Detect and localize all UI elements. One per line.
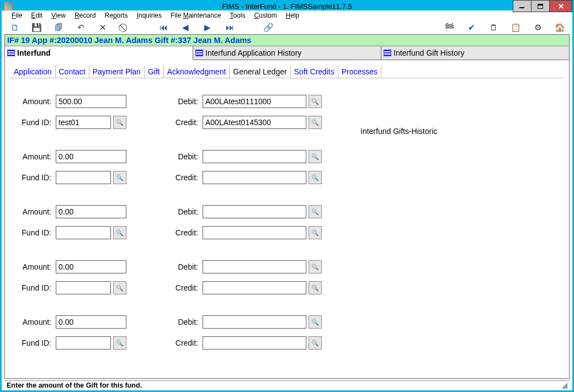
lookup-btn[interactable]: 🔍 xyxy=(113,336,126,350)
menu-edit[interactable]: Edit xyxy=(26,10,47,20)
subtab-acknowledgment[interactable]: Acknowledgment xyxy=(164,66,230,78)
menu-reports[interactable]: Reports xyxy=(100,10,132,20)
amount-input-2[interactable] xyxy=(56,150,126,163)
fundid-input-2[interactable] xyxy=(56,171,111,184)
amount-input-1[interactable] xyxy=(56,95,126,108)
menu-file[interactable]: File xyxy=(7,10,26,20)
credit-input-3[interactable] xyxy=(203,226,306,239)
credit-input-5[interactable] xyxy=(203,336,306,350)
amount-input-3[interactable] xyxy=(56,205,126,218)
copy-icon[interactable]: 🗐 xyxy=(54,23,63,33)
form-body: Interfund Gifts-Historic Amount: Fund ID… xyxy=(7,84,567,376)
amount-input-4[interactable] xyxy=(56,260,126,273)
link-icon[interactable]: 🔗 xyxy=(263,23,273,33)
subtab-processes[interactable]: Processes xyxy=(338,66,381,78)
lookup-btn[interactable]: 🔍 xyxy=(309,226,322,239)
lookup-btn[interactable]: 🔍 xyxy=(309,336,322,350)
amount-label: Amount: xyxy=(18,152,51,161)
flag-icon[interactable]: 🏁 xyxy=(444,23,454,33)
tab-interfund-gift-history[interactable]: Interfund Gift History xyxy=(381,46,569,60)
credit-input-2[interactable] xyxy=(203,171,306,184)
first-icon[interactable]: ⏮ xyxy=(158,23,168,33)
subtab-payment-plan[interactable]: Payment Plan xyxy=(89,66,145,78)
fundid-label: Fund ID: xyxy=(18,228,51,237)
window-title: FIMS - InterFund - 1. FIMSSample11.7.5 xyxy=(222,2,352,10)
debit-input-5[interactable] xyxy=(203,315,306,329)
credit-input-1[interactable] xyxy=(203,116,306,129)
debit-input-4[interactable] xyxy=(203,260,306,273)
menu-inquiries[interactable]: Inquiries xyxy=(132,10,166,20)
lookup-btn[interactable]: 🔍 xyxy=(113,171,126,184)
fundid-input-5[interactable] xyxy=(56,336,111,350)
subtab-application[interactable]: Application xyxy=(10,66,56,78)
fundid-input-4[interactable] xyxy=(56,281,111,294)
row-pair-4: Amount: Fund ID: 🔍 Debit: xyxy=(18,260,556,294)
lookup-btn[interactable]: 🔍 xyxy=(113,116,126,129)
lookup-btn[interactable]: 🔍 xyxy=(309,171,322,184)
subtab-general-ledger[interactable]: General Ledger xyxy=(230,66,290,78)
window-controls: ✕ xyxy=(513,0,572,12)
debit-input-1[interactable] xyxy=(203,95,306,108)
row-pair-5: Amount: Fund ID: 🔍 Debit: xyxy=(18,315,556,350)
calculator-icon[interactable]: 🗒 xyxy=(488,23,498,33)
maximize-icon xyxy=(538,4,543,9)
credit-label: Credit: xyxy=(171,173,198,182)
debit-input-2[interactable] xyxy=(203,150,306,163)
amount-label: Amount: xyxy=(18,318,51,326)
lookup-btn[interactable]: 🔍 xyxy=(309,281,322,294)
subtab-soft-credits[interactable]: Soft Credits xyxy=(291,66,338,78)
spellcheck-icon[interactable]: ✔ xyxy=(466,23,476,33)
fundid-label: Fund ID: xyxy=(18,339,51,347)
lookup-btn[interactable]: 🔍 xyxy=(113,281,126,294)
tab-interfund-app-history[interactable]: Interfund Application History xyxy=(193,46,381,60)
next-icon[interactable]: ▶ xyxy=(203,23,212,33)
delete-icon[interactable]: ✕ xyxy=(98,23,108,33)
subtab-contact[interactable]: Contact xyxy=(56,66,89,78)
menu-record[interactable]: Record xyxy=(70,10,100,20)
amount-label: Amount: xyxy=(18,97,51,106)
home-icon[interactable]: 🏠 xyxy=(555,23,565,33)
close-button[interactable]: ✕ xyxy=(549,0,572,12)
subtab-area: Application Contact Payment Plan Gift Ac… xyxy=(5,60,569,378)
settings-icon[interactable]: ⚙ xyxy=(533,23,543,33)
menu-file-maintenance[interactable]: File Maintenance xyxy=(166,10,225,20)
grid-icon xyxy=(7,50,15,56)
menu-help[interactable]: Help xyxy=(281,10,304,20)
debit-label: Debit: xyxy=(171,207,198,216)
fundid-input-1[interactable] xyxy=(56,116,111,129)
row-pair-3: Amount: Fund ID: 🔍 Debit: xyxy=(18,205,556,239)
row-pair-2: Amount: Fund ID: 🔍 Debit: xyxy=(18,150,556,184)
cancel-icon[interactable]: ⃠ xyxy=(120,23,130,33)
lookup-btn[interactable]: 🔍 xyxy=(309,116,322,129)
save-icon[interactable]: 💾 xyxy=(31,23,41,33)
notes-icon[interactable]: 📋 xyxy=(511,23,520,33)
new-icon[interactable]: 🗋 xyxy=(9,23,19,33)
credit-input-4[interactable] xyxy=(203,281,306,294)
menu-tools[interactable]: Tools xyxy=(225,10,249,20)
menu-custom[interactable]: Custom xyxy=(249,10,281,20)
toolbar: 🗋 💾 🗐 ↶ ✕ ⃠ ⏮ ◀ ▶ ⏭ 🔗 🏁 ✔ 🗒 📋 ⚙ 🏠 xyxy=(2,20,572,34)
lookup-btn[interactable]: 🔍 xyxy=(309,150,322,163)
lookup-btn[interactable]: 🔍 xyxy=(309,315,322,329)
undo-icon[interactable]: ↶ xyxy=(76,23,86,33)
amount-input-5[interactable] xyxy=(56,315,126,329)
lookup-btn[interactable]: 🔍 xyxy=(309,205,322,218)
tab-interfund[interactable]: Interfund xyxy=(5,46,193,60)
minimize-button[interactable] xyxy=(513,0,532,12)
prev-icon[interactable]: ◀ xyxy=(180,23,190,33)
app-icon xyxy=(4,2,13,10)
credit-label: Credit: xyxy=(171,228,198,237)
menu-view[interactable]: View xyxy=(47,10,70,20)
credit-label: Credit: xyxy=(171,283,198,292)
debit-input-3[interactable] xyxy=(203,205,306,218)
subtab-gift[interactable]: Gift xyxy=(145,66,164,78)
lookup-btn[interactable]: 🔍 xyxy=(113,226,126,239)
context-bar: IF# 19 App #:20200010 Jean M. Adams Gift… xyxy=(5,35,569,46)
fundid-input-3[interactable] xyxy=(56,226,111,239)
lookup-btn[interactable]: 🔍 xyxy=(309,260,322,273)
row-pair-1: Amount: Fund ID: 🔍 Debit: xyxy=(18,95,556,129)
lookup-btn[interactable]: 🔍 xyxy=(309,95,322,108)
maximize-button[interactable] xyxy=(531,0,550,12)
last-icon[interactable]: ⏭ xyxy=(225,23,235,33)
debit-label: Debit: xyxy=(171,97,198,106)
